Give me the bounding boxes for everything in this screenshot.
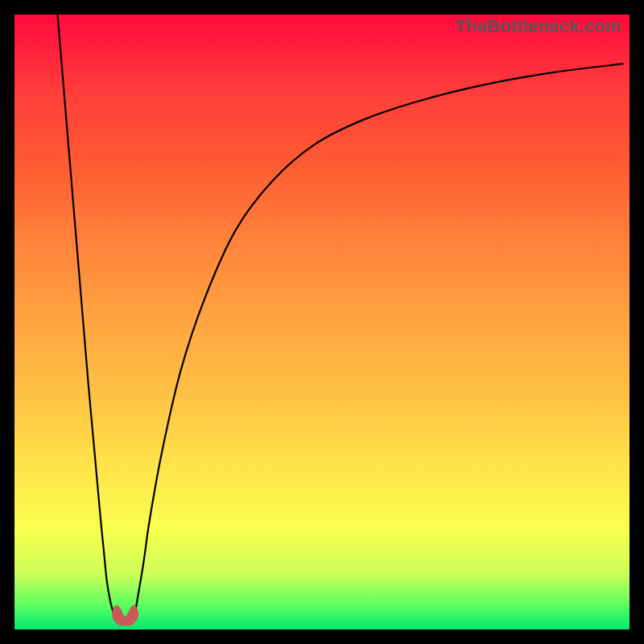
curve-left-branch [57,14,116,617]
optimal-marker [113,605,138,625]
chart-area: TheBottleneck.com [14,14,630,630]
curve-right-branch [134,64,623,617]
chart-svg [14,14,630,630]
